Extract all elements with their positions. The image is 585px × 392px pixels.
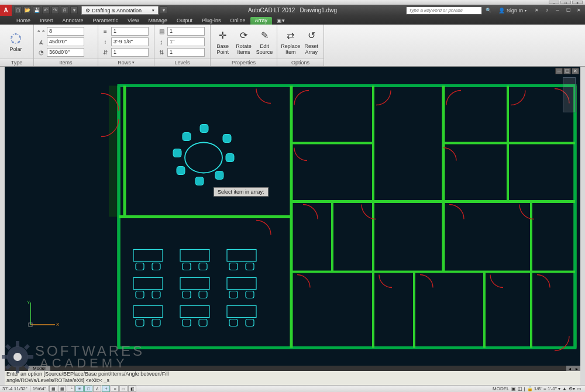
svg-rect-29 bbox=[195, 177, 204, 185]
help-icon[interactable]: ? bbox=[543, 6, 551, 15]
edit-source-button[interactable]: ✎Edit Source bbox=[254, 26, 274, 57]
anno-vis-icon[interactable]: ▲ bbox=[562, 386, 567, 391]
anno-scale[interactable]: 🔒 1/8" = 1'-0" ▾ bbox=[527, 386, 560, 391]
tab-parametric[interactable]: Parametric bbox=[88, 17, 123, 25]
panel-props-label: Properties bbox=[211, 59, 277, 66]
tab-plugins[interactable]: Plug-ins bbox=[197, 17, 226, 25]
rows-count-input[interactable] bbox=[111, 27, 149, 36]
cmd-history-1: Enter an option [Source/BEPlace/Base poi… bbox=[6, 371, 579, 377]
rotate-items-icon: ⟳ bbox=[236, 28, 252, 43]
items-angle-icon: ∡ bbox=[36, 37, 46, 46]
replace-item-button[interactable]: ⇄Replace Item bbox=[280, 26, 301, 57]
vp-min-icon[interactable]: ─ bbox=[555, 68, 563, 74]
status-layout-icon[interactable]: ▣ bbox=[511, 386, 516, 391]
svg-rect-57 bbox=[227, 306, 256, 318]
tab-home[interactable]: Home bbox=[12, 17, 35, 25]
app-logo-icon[interactable]: A bbox=[0, 5, 12, 16]
svg-rect-35 bbox=[152, 263, 160, 270]
rows-spacing-input[interactable] bbox=[111, 37, 149, 46]
tab-array[interactable]: Array bbox=[250, 17, 273, 25]
workspace-dropdown[interactable]: ⚙ Drafting & Annotation ▾ bbox=[81, 6, 159, 15]
ucs-icon: X Y bbox=[26, 300, 61, 329]
snap-btn[interactable]: ▦ bbox=[49, 386, 57, 392]
title-close-icon[interactable]: ✕ bbox=[574, 6, 583, 15]
svg-point-3 bbox=[18, 41, 19, 43]
otrack-btn[interactable]: ∠ bbox=[93, 386, 101, 392]
rows-total-input[interactable] bbox=[111, 48, 149, 57]
items-count-input[interactable] bbox=[47, 27, 84, 36]
sc-btn[interactable]: ◧ bbox=[128, 386, 136, 392]
base-point-icon: ✛ bbox=[215, 28, 230, 43]
rows-total-icon: ⇵ bbox=[101, 47, 110, 57]
minimize-btn[interactable]: ─ bbox=[549, 1, 559, 4]
svg-rect-43 bbox=[183, 263, 191, 270]
workspace-switch-icon[interactable]: ⚙▾ bbox=[569, 386, 575, 391]
polar-array-icon bbox=[8, 31, 23, 46]
new-icon[interactable]: ▢ bbox=[14, 6, 22, 14]
viewport-controls: ─ ☐ ✕ bbox=[555, 68, 579, 74]
svg-rect-54 bbox=[227, 278, 256, 290]
open-icon[interactable]: 📂 bbox=[23, 6, 31, 14]
polar-btn[interactable]: ✳ bbox=[75, 386, 84, 392]
panel-rows-label[interactable]: Rows bbox=[98, 59, 154, 66]
workspace-arrow-icon[interactable]: ▾ bbox=[160, 6, 167, 14]
lwt-btn[interactable]: ≡ bbox=[111, 386, 119, 392]
svg-rect-28 bbox=[215, 171, 223, 180]
tab-output[interactable]: Output bbox=[172, 17, 197, 25]
rotate-items-button[interactable]: ⟳Rotate Items bbox=[233, 26, 255, 57]
replace-item-icon: ⇄ bbox=[283, 28, 298, 43]
svg-rect-50 bbox=[199, 319, 207, 326]
exchange-icon[interactable]: ✕ bbox=[532, 6, 541, 15]
drawing-area[interactable]: ─ ☐ ✕ Select item in array: X Y bbox=[5, 67, 580, 366]
levels-total-input[interactable] bbox=[167, 48, 205, 57]
svg-rect-44 bbox=[199, 263, 207, 270]
svg-rect-52 bbox=[229, 263, 238, 270]
items-fill-icon: ◔ bbox=[36, 47, 46, 57]
vp-close-icon[interactable]: ✕ bbox=[572, 68, 579, 74]
status-tray-icon[interactable]: ▭ bbox=[577, 386, 581, 391]
svg-rect-49 bbox=[183, 319, 191, 326]
dyn-btn[interactable]: + bbox=[102, 386, 110, 392]
close-window-btn[interactable]: ✕ bbox=[572, 1, 583, 4]
model-indicator[interactable]: MODEL bbox=[493, 386, 509, 391]
levels-spacing-input[interactable] bbox=[167, 37, 205, 46]
reset-array-button[interactable]: ↺Reset Array bbox=[301, 26, 321, 57]
redo-icon[interactable]: ↷ bbox=[51, 6, 59, 14]
title-bar: A ▢ 📂 💾 ↶ ↷ ⎙ ▾ ⚙ Drafting & Annotation … bbox=[0, 5, 585, 16]
tab-view[interactable]: View bbox=[123, 17, 143, 25]
tab-insert[interactable]: Insert bbox=[35, 17, 58, 25]
tab-manage[interactable]: Manage bbox=[143, 17, 172, 25]
svg-rect-34 bbox=[136, 263, 144, 270]
qp-btn[interactable]: ▭ bbox=[119, 386, 128, 392]
save-icon[interactable]: 💾 bbox=[33, 6, 40, 14]
polar-array-button[interactable]: Polar bbox=[2, 26, 29, 57]
view-cube[interactable] bbox=[563, 77, 576, 112]
title-min-icon[interactable]: ─ bbox=[553, 6, 562, 15]
base-point-button[interactable]: ✛Base Point bbox=[213, 26, 233, 57]
undo-icon[interactable]: ↶ bbox=[42, 6, 50, 14]
qat-more-icon[interactable]: ▾ bbox=[70, 6, 78, 14]
grid-btn[interactable]: ▦ bbox=[58, 386, 66, 392]
svg-point-24 bbox=[185, 143, 222, 173]
tab-annotate[interactable]: Annotate bbox=[58, 17, 88, 25]
maximize-btn[interactable]: ☐ bbox=[560, 1, 571, 4]
title-max-icon[interactable]: ☐ bbox=[564, 6, 572, 15]
items-fill-input[interactable] bbox=[47, 48, 84, 57]
print-icon[interactable]: ⎙ bbox=[61, 6, 68, 14]
items-angle-input[interactable] bbox=[47, 37, 84, 46]
search-go-icon[interactable]: 🔍 bbox=[484, 6, 493, 15]
command-line[interactable]: Enter an option [Source/BEPlace/Base poi… bbox=[5, 371, 580, 385]
levels-count-input[interactable] bbox=[167, 27, 205, 36]
ribbon-collapse-icon[interactable]: ▣▾ bbox=[272, 17, 290, 25]
vp-max-icon[interactable]: ☐ bbox=[563, 68, 571, 74]
svg-text:X: X bbox=[56, 322, 60, 327]
edit-source-icon: ✎ bbox=[257, 28, 272, 43]
sign-in-button[interactable]: 👤Sign In▾ bbox=[495, 8, 530, 13]
status-bar: 37'-4 11/32" 19/64" ▦ ▦ └ ✳ □ ∠ + ≡ ▭ ◧ … bbox=[0, 385, 585, 392]
tab-online[interactable]: Online bbox=[226, 17, 250, 25]
panel-items-label: Items bbox=[34, 59, 98, 66]
osnap-btn[interactable]: □ bbox=[84, 386, 92, 392]
status-grid-icon[interactable]: ◫ bbox=[518, 386, 522, 391]
ortho-btn[interactable]: └ bbox=[67, 386, 75, 392]
search-input[interactable] bbox=[406, 6, 482, 15]
